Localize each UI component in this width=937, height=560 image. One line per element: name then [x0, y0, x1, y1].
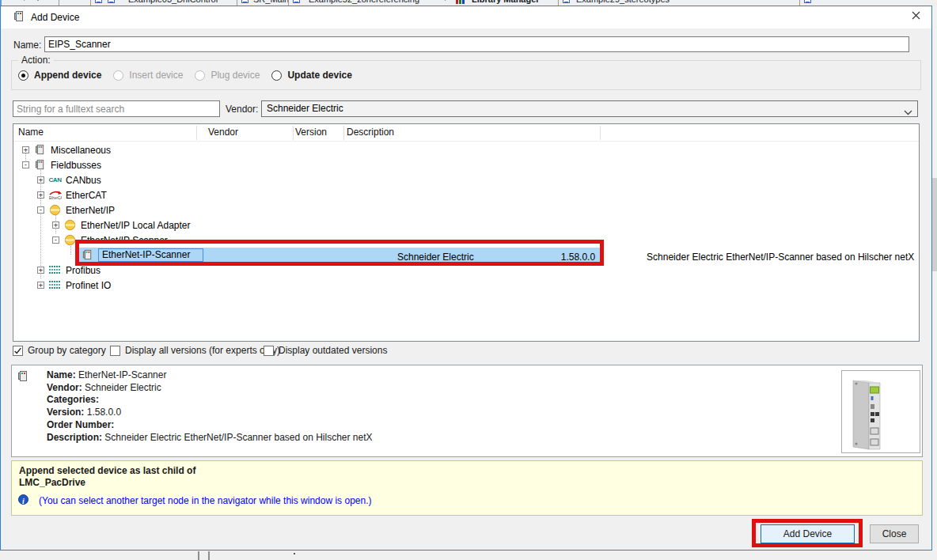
tree-row-ethernet-ip-local-adapter[interactable]: + EtherNet/IP Local Adapter: [13, 218, 919, 233]
decorative-dot: [294, 553, 295, 554]
name-label: Name:: [13, 40, 41, 51]
checkbox-label: Display all versions (for experts only): [125, 345, 280, 356]
checkbox-display-all-versions[interactable]: Display all versions (for experts only): [110, 345, 280, 356]
tree-row-label: CANbus: [66, 175, 101, 186]
detail-label: Categories:: [47, 394, 99, 405]
column-header-vendor[interactable]: Vendor: [208, 127, 238, 138]
tree-row-label: EtherNet/IP Scanner: [81, 235, 168, 246]
column-header-name[interactable]: Name: [18, 127, 44, 138]
detail-line: Categories:: [47, 394, 373, 407]
checkbox-checked-icon: [13, 346, 23, 356]
column-divider[interactable]: [293, 126, 294, 140]
detail-value: Schneider Electric EtherNet/IP-Scanner b…: [104, 432, 372, 443]
radio-insert-device: Insert device: [113, 70, 183, 81]
radio-icon: [195, 70, 205, 81]
checkbox-display-outdated-versions[interactable]: Display outdated versions: [264, 345, 387, 356]
cell-description: Schneider Electric EtherNet/IP-Scanner b…: [647, 252, 914, 263]
device-icon: [81, 249, 94, 261]
fulltext-search-input[interactable]: [13, 100, 220, 117]
vendor-dropdown[interactable]: Schneider Electric: [261, 100, 918, 117]
pou-icon: [804, 0, 811, 3]
detail-label: Vendor:: [47, 382, 82, 393]
column-divider[interactable]: [196, 126, 197, 140]
tree-row-label: Profibus: [66, 265, 101, 276]
detail-value: EtherNet-IP-Scanner: [78, 369, 166, 380]
detail-value: 1.58.0.0: [87, 407, 121, 418]
tree-row-ethernet-ip-scanner-device[interactable]: EtherNet-IP-Scanner Schneider Electric 1…: [13, 248, 919, 263]
background-bottom-strip: [0, 551, 937, 560]
name-input[interactable]: [44, 36, 909, 52]
dialog-titlebar[interactable]: Add Device: [1, 6, 931, 28]
radio-label: Plug device: [211, 70, 260, 81]
column-divider[interactable]: [343, 126, 344, 140]
tree-row-label: EtherNet/IP Local Adapter: [81, 220, 191, 231]
library-manager-icon: [456, 0, 465, 4]
expand-icon[interactable]: +: [37, 191, 44, 199]
cell-vendor: Schneider Electric: [397, 252, 474, 263]
detail-label: Description:: [47, 432, 102, 443]
tree-row-label: EtherNet/IP: [66, 205, 115, 216]
splitter-handle[interactable]: [198, 551, 199, 560]
device-icon: [33, 144, 47, 156]
append-target-line1: Append selected device as last child of: [19, 465, 195, 476]
checkbox-unchecked-icon: [110, 346, 120, 356]
tree-row-profinet-io[interactable]: + Profinet IO: [13, 278, 919, 293]
column-header-description[interactable]: Description: [347, 127, 394, 138]
device-icon: [13, 10, 25, 25]
profinet-icon: [48, 281, 62, 289]
radio-icon: [18, 70, 28, 81]
collapse-icon[interactable]: -: [52, 236, 59, 244]
close-icon[interactable]: ✕: [47, 0, 53, 2]
expand-icon[interactable]: +: [37, 176, 44, 184]
tab-close-icon[interactable]: ✕: [548, 0, 554, 2]
tree-row-label: Fieldbusses: [51, 160, 101, 171]
tree-row-label: EtherNet-IP-Scanner: [98, 248, 203, 262]
dialog-title: Add Device: [31, 12, 79, 23]
device-icon: [33, 159, 47, 171]
add-device-button[interactable]: Add Device: [761, 524, 855, 543]
device-details-text: Name: EtherNet-IP-Scanner Vendor: Schnei…: [47, 369, 373, 444]
cell-version: 1.58.0.0: [561, 252, 595, 263]
expand-icon[interactable]: +: [37, 267, 44, 274]
expand-icon[interactable]: +: [37, 282, 44, 289]
ethernet-ip-icon: [63, 219, 77, 231]
collapse-icon[interactable]: -: [22, 161, 29, 168]
tree-row-fieldbusses[interactable]: - Fieldbusses: [13, 157, 919, 172]
profibus-icon: [48, 266, 62, 274]
radio-icon: [271, 70, 282, 81]
column-header-version[interactable]: Version: [295, 127, 327, 138]
scrollbar-thumb[interactable]: [932, 178, 937, 271]
tree-row-ethernet-ip-scanner-category[interactable]: - EtherNet/IP Scanner: [13, 233, 919, 248]
column-divider[interactable]: [600, 126, 601, 140]
detail-label: Order Number:: [47, 419, 114, 430]
tree-row-ethercat[interactable]: + EtherCAT EtherCAT: [13, 187, 919, 202]
background-right-strip: [932, 6, 937, 551]
radio-append-device[interactable]: Append device: [18, 70, 101, 81]
checkbox-group-by-category[interactable]: Group by category: [13, 345, 106, 356]
pou-icon: [563, 0, 570, 3]
close-button[interactable]: Close: [870, 524, 919, 543]
pin-icon[interactable]: [35, 0, 41, 3]
add-device-dialog: Add Device Name: Action: Append device I…: [0, 6, 932, 551]
splitter-handle[interactable]: [208, 551, 210, 560]
tree-row-label: Profinet IO: [66, 280, 111, 291]
detail-line: Order Number:: [47, 419, 373, 432]
caret-down-icon[interactable]: ▾: [22, 0, 26, 2]
detail-line: Version: 1.58.0.0: [47, 407, 373, 419]
radio-label: Insert device: [129, 70, 183, 81]
expand-icon[interactable]: +: [22, 146, 29, 153]
radio-label: Update device: [287, 70, 351, 81]
expand-icon[interactable]: +: [52, 221, 59, 229]
pou-icon: [293, 0, 300, 3]
tree-row-miscellaneous[interactable]: + Miscellaneous: [13, 142, 919, 157]
chevron-down-icon: [904, 105, 912, 120]
tree-row-ethernet-ip[interactable]: - EtherNet/IP: [13, 202, 919, 218]
tree-row-canbus[interactable]: + CAN CANbus: [13, 172, 919, 187]
radio-update-device[interactable]: Update device: [271, 70, 351, 81]
dialog-close-icon[interactable]: [909, 11, 923, 24]
device-details-panel: Name: EtherNet-IP-Scanner Vendor: Schnei…: [11, 365, 923, 457]
tree-row-profibus[interactable]: + Profibus: [13, 263, 919, 278]
collapse-icon[interactable]: -: [37, 206, 44, 214]
detail-line: Name: EtherNet-IP-Scanner: [47, 369, 373, 382]
pou-icon: [108, 0, 115, 3]
